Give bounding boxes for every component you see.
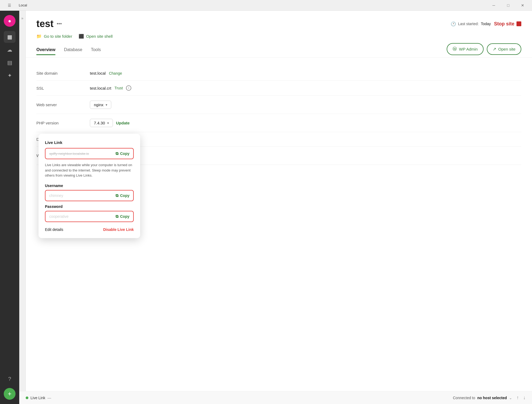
disable-live-link-button[interactable]: Disable Live Link	[103, 227, 134, 232]
stop-site-button[interactable]: Stop site	[494, 21, 521, 27]
open-site-button[interactable]: ↗ Open site	[487, 43, 521, 55]
site-domain-row: Site domain test.local Change	[36, 66, 521, 81]
web-server-row: Web server nginx ▾	[36, 96, 521, 114]
copy-live-link-label: Copy	[120, 151, 129, 156]
copy-live-link-button[interactable]: ⧉ Copy	[116, 151, 129, 156]
avatar[interactable]: ●	[4, 15, 16, 27]
upload-icon[interactable]: ↑	[516, 395, 519, 401]
tab-database[interactable]: Database	[64, 45, 82, 55]
tab-tools[interactable]: Tools	[91, 45, 101, 55]
download-icon[interactable]: ↓	[523, 395, 526, 401]
web-server-dropdown[interactable]: nginx ▾	[90, 101, 111, 109]
header-top: test ••• 🕐 Last started: Today Stop site	[36, 18, 521, 29]
close-button[interactable]: ✕	[516, 1, 529, 10]
wp-admin-button[interactable]: Ⓦ WP Admin	[447, 43, 484, 55]
copy-username-icon: ⧉	[116, 193, 118, 198]
maximize-button[interactable]: □	[502, 1, 514, 10]
go-to-folder-label: Go to site folder	[44, 34, 72, 39]
site-title: test	[36, 18, 53, 29]
main-header: test ••• 🕐 Last started: Today Stop site	[26, 11, 532, 58]
popup-title: Live Link	[45, 140, 134, 145]
sidebar-item-sites[interactable]: ▦	[4, 31, 16, 43]
live-link-toggle[interactable]: —	[47, 396, 51, 400]
help-icon: ?	[8, 376, 11, 382]
live-link-label: Live Link	[30, 396, 45, 400]
header-actions-right: 🕐 Last started: Today Stop site	[451, 21, 521, 27]
site-domain-label: Site domain	[36, 71, 90, 75]
popup-content: Live Link spiffy-neighbor.localsite.io ⧉…	[39, 134, 140, 238]
php-version-label: PHP version	[36, 121, 90, 125]
copy-username-button[interactable]: ⧉ Copy	[116, 193, 129, 198]
site-domain-value: test.local Change	[90, 71, 122, 75]
connected-info: Connected to no host selected ⌄	[453, 396, 512, 400]
header-title-row: test •••	[36, 18, 62, 29]
ssl-info-icon[interactable]: i	[126, 85, 131, 91]
edit-details-link[interactable]: Edit details	[45, 227, 63, 232]
web-server-chevron-icon: ▾	[106, 103, 107, 107]
collapse-icon[interactable]: »	[21, 16, 24, 20]
tabs: Overview Database Tools	[36, 45, 101, 55]
web-server-text: nginx	[94, 102, 104, 107]
username-field: chimney ⧉ Copy	[45, 190, 134, 201]
password-section-label: Password	[45, 204, 134, 209]
header-links: 📁 Go to site folder ⬛ Open site shell	[36, 34, 521, 39]
app-title: Local	[19, 3, 27, 7]
ssl-label: SSL	[36, 86, 90, 90]
tab-row: Overview Database Tools Ⓦ WP Admin ↗	[36, 43, 521, 57]
tab-overview[interactable]: Overview	[36, 45, 55, 55]
sidebar-item-addons[interactable]: ✦	[4, 70, 16, 81]
open-shell-button[interactable]: ⬛ Open site shell	[79, 34, 113, 39]
copy-username-label: Copy	[120, 193, 129, 198]
live-link-popup: Live Link spiffy-neighbor.localsite.io ⧉…	[39, 134, 140, 238]
app-layout: ● ▦ ☁ ▤ ✦ ? + »	[0, 11, 532, 404]
php-version-dropdown[interactable]: 7.4.30 ▾	[90, 119, 113, 127]
open-site-label: Open site	[498, 47, 515, 51]
sidebar-item-news[interactable]: ▤	[4, 57, 16, 68]
live-link-url: spiffy-neighbor.localsite.io	[49, 152, 113, 156]
sidebar: ● ▦ ☁ ▤ ✦ ? +	[0, 11, 19, 404]
host-chevron-icon[interactable]: ⌄	[509, 396, 512, 400]
live-link-field: spiffy-neighbor.localsite.io ⧉ Copy	[45, 148, 134, 159]
last-started: 🕐 Last started: Today	[451, 21, 491, 26]
php-update-link[interactable]: Update	[116, 121, 130, 125]
copy-password-icon: ⧉	[116, 214, 118, 219]
username-section-label: Username	[45, 184, 134, 188]
window-controls: ─ □ ✕	[488, 1, 529, 10]
stop-icon	[516, 21, 521, 26]
popup-description: Live Links are viewable while your compu…	[45, 162, 134, 178]
status-icons: ↑ ↓	[516, 395, 526, 401]
addons-icon: ✦	[7, 72, 12, 79]
password-field: cooperative ⧉ Copy	[45, 211, 134, 222]
php-version-row: PHP version 7.4.30 ▾ Update	[36, 114, 521, 132]
titlebar: ☰ Local ─ □ ✕	[0, 0, 532, 11]
secondary-sidebar: »	[19, 11, 26, 391]
change-domain-link[interactable]: Change	[109, 71, 122, 75]
stop-site-label: Stop site	[494, 21, 514, 27]
folder-icon: 📁	[36, 34, 42, 39]
add-site-button[interactable]: +	[4, 388, 16, 400]
status-bar: Live Link — Connected to no host selecte…	[19, 391, 532, 404]
site-domain-text: test.local	[90, 71, 106, 75]
trust-link[interactable]: Trust	[114, 86, 123, 90]
live-indicator	[26, 397, 28, 399]
connected-label: Connected to	[453, 396, 475, 400]
menu-button[interactable]: ☰	[3, 1, 16, 10]
wp-admin-label: WP Admin	[459, 47, 478, 51]
sidebar-item-help[interactable]: ?	[4, 373, 16, 385]
php-version-value: 7.4.30 ▾ Update	[90, 119, 130, 127]
tab-actions: Ⓦ WP Admin ↗ Open site	[447, 43, 521, 57]
go-to-folder-button[interactable]: 📁 Go to site folder	[36, 34, 72, 39]
minimize-button[interactable]: ─	[488, 1, 500, 10]
web-server-value: nginx ▾	[90, 101, 111, 109]
copy-live-link-icon: ⧉	[116, 151, 118, 156]
copy-password-button[interactable]: ⧉ Copy	[116, 214, 129, 219]
php-version-text: 7.4.30	[94, 121, 105, 125]
more-options-button[interactable]: •••	[57, 21, 62, 27]
no-host-label: no host selected	[477, 396, 507, 400]
copy-password-label: Copy	[120, 214, 129, 219]
shell-icon: ⬛	[79, 34, 84, 39]
php-chevron-icon: ▾	[107, 121, 109, 125]
sidebar-item-cloud[interactable]: ☁	[4, 44, 16, 56]
news-icon: ▤	[7, 59, 12, 66]
popup-footer: Edit details Disable Live Link	[45, 227, 134, 232]
